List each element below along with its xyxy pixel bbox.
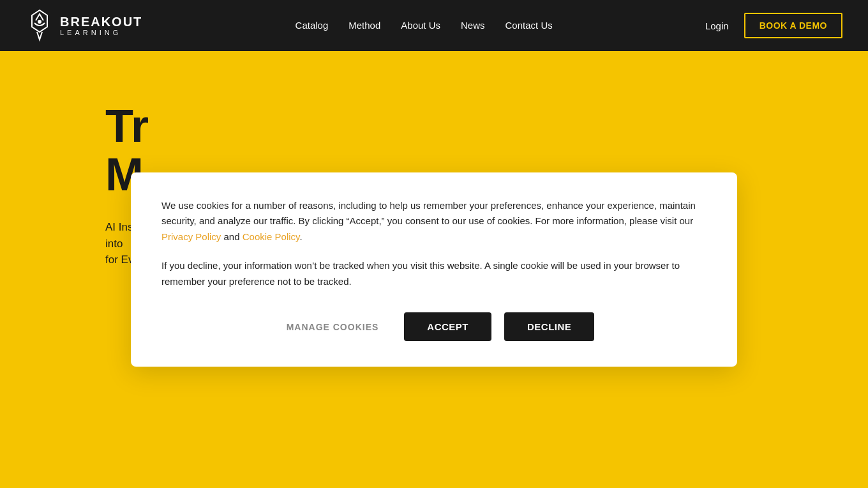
news-link[interactable]: News [461,20,485,31]
privacy-policy-link[interactable]: Privacy Policy [161,231,221,242]
logo-icon [26,9,54,42]
login-link[interactable]: Login [705,20,729,31]
manage-cookies-button[interactable]: MANAGE COOKIES [274,314,392,340]
nav-item-news[interactable]: News [461,20,485,31]
main-content: TrM AI Insintofor Every Field We use coo… [0,51,868,488]
cookie-text-1: We use cookies for a number of reasons, … [161,198,707,245]
navbar: BREAKOUT LEARNING Catalog Method About U… [0,0,868,51]
book-demo-button[interactable]: BOOK A DEMO [744,13,842,38]
nav-item-about[interactable]: About Us [401,20,440,31]
catalog-link[interactable]: Catalog [296,20,329,31]
svg-point-0 [38,20,41,24]
nav-item-contact[interactable]: Contact Us [505,20,553,31]
logo[interactable]: BREAKOUT LEARNING [26,9,142,42]
cookie-modal-overlay: We use cookies for a number of reasons, … [0,51,868,488]
cookie-buttons: MANAGE COOKIES ACCEPT DECLINE [161,312,707,341]
cookie-modal: We use cookies for a number of reasons, … [131,172,737,367]
nav-item-method[interactable]: Method [348,20,380,31]
brand-name-bottom: LEARNING [60,29,142,36]
contact-link[interactable]: Contact Us [505,20,553,31]
cookie-policy-link[interactable]: Cookie Policy [243,231,300,242]
logo-text: BREAKOUT LEARNING [60,15,142,36]
about-link[interactable]: About Us [401,20,440,31]
nav-item-catalog[interactable]: Catalog [296,20,329,31]
nav-links: Catalog Method About Us News Contact Us [296,20,553,31]
method-link[interactable]: Method [348,20,380,31]
cookie-text-2: If you decline, your information won’t b… [161,258,707,290]
decline-button[interactable]: DECLINE [504,312,594,341]
brand-name-top: BREAKOUT [60,15,142,29]
accept-button[interactable]: ACCEPT [404,312,491,341]
nav-right: Login BOOK A DEMO [705,13,842,38]
